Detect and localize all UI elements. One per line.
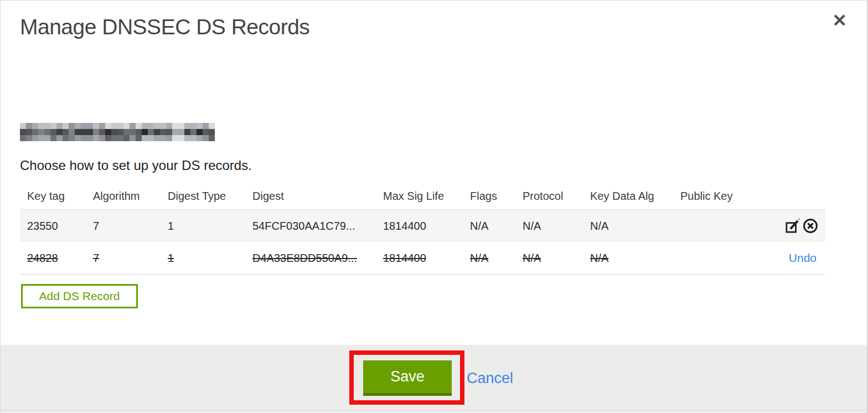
close-icon[interactable]: ✕ (830, 9, 849, 32)
pixel-block (184, 123, 190, 129)
pixel-block (75, 129, 81, 135)
cancel-link[interactable]: Cancel (467, 360, 513, 396)
pixel-block (184, 129, 190, 135)
pixel-block (148, 135, 154, 141)
pixel-block (99, 123, 105, 129)
column-header-key-data-alg: Key Data Alg (583, 190, 673, 203)
pixel-block (166, 123, 172, 129)
cell-key-data-alg: N/A (583, 252, 673, 265)
pixel-block (130, 123, 136, 129)
pixel-block (160, 129, 166, 135)
pixel-block (20, 135, 26, 141)
save-button[interactable]: Save (363, 360, 452, 396)
delete-record-button[interactable] (802, 218, 819, 234)
pixel-block (130, 129, 136, 135)
pixel-block (117, 129, 123, 135)
pixel-block (203, 129, 209, 135)
pixel-block (75, 135, 81, 141)
column-header-digest-type: Digest Type (161, 190, 245, 203)
pixel-block (87, 123, 93, 129)
pixel-block (44, 129, 50, 135)
table-header-row: Key tag Algorithm Digest Type Digest Max… (20, 183, 825, 209)
instruction-text: Choose how to set up your DS records. (20, 158, 252, 173)
modal-footer: Save Cancel (1, 345, 867, 411)
pixel-block (63, 123, 69, 129)
column-header-protocol: Protocol (515, 190, 583, 203)
pixel-block (154, 135, 160, 141)
cell-digest-type: 1 (161, 252, 245, 265)
pixel-block (75, 123, 81, 129)
pixel-block (154, 123, 160, 129)
pixel-block (203, 135, 209, 141)
pixel-block (26, 129, 32, 135)
pixel-block (197, 129, 203, 135)
undo-link[interactable]: Undo (789, 251, 819, 265)
edit-record-button[interactable] (784, 218, 801, 234)
pixel-block (130, 135, 136, 141)
pixel-block (117, 123, 123, 129)
pixel-block (38, 129, 44, 135)
pixel-block (56, 129, 63, 135)
add-ds-record-button[interactable]: Add DS Record (21, 284, 138, 308)
pixel-block (56, 135, 63, 141)
cell-protocol: N/A (515, 220, 583, 233)
column-header-digest: Digest (245, 190, 376, 203)
pixel-block (123, 129, 130, 135)
pixel-block (105, 135, 111, 141)
pixel-block (136, 129, 142, 135)
pixel-block (178, 129, 184, 135)
pixel-block (160, 123, 166, 129)
row-actions (756, 218, 825, 234)
column-header-key-tag: Key tag (20, 190, 86, 203)
cell-key-data-alg: N/A (583, 220, 673, 233)
pixel-block (93, 123, 99, 129)
manage-dnssec-ds-records-modal: Manage DNSSEC DS Records ✕ Choose how to… (0, 0, 868, 413)
cell-key-tag: 23550 (20, 220, 86, 233)
ds-records-table: Key tag Algorithm Digest Type Digest Max… (20, 183, 825, 275)
pixel-block (111, 135, 117, 141)
pixel-block (99, 129, 105, 135)
cell-protocol: N/A (515, 252, 583, 265)
cell-digest-type: 1 (161, 220, 245, 233)
pixel-block (69, 135, 75, 141)
pixel-block (172, 135, 178, 141)
column-header-max-sig-life: Max Sig Life (376, 190, 463, 203)
pixel-block (93, 129, 99, 135)
pixel-block (63, 135, 69, 141)
pixel-block (136, 123, 142, 129)
circle-x-icon (802, 218, 819, 234)
pixel-block (178, 135, 184, 141)
pixel-block (142, 123, 148, 129)
cell-max-sig-life: 1814400 (376, 252, 463, 265)
cell-digest: D4A33E8DD550A9... (245, 252, 376, 265)
cell-algorithm: 7 (86, 220, 161, 233)
column-header-flags: Flags (463, 190, 515, 203)
row-actions: Undo (756, 251, 825, 265)
cell-flags: N/A (463, 252, 515, 265)
pixel-block (69, 129, 75, 135)
redacted-domain-text (20, 123, 215, 141)
pixel-block (26, 123, 32, 129)
pixel-block (50, 135, 56, 141)
pixel-block (160, 135, 166, 141)
table-row-deleted: 24828 7 1 D4A33E8DD550A9... 1814400 N/A … (20, 242, 825, 275)
pixel-block (44, 135, 50, 141)
pixel-block (190, 123, 197, 129)
pixel-block (209, 123, 215, 129)
cell-key-tag: 24828 (20, 252, 86, 265)
pixel-block (172, 123, 178, 129)
column-header-algorithm: Algorithm (86, 190, 161, 203)
pixel-block (99, 135, 105, 141)
pixel-block (32, 135, 38, 141)
pixel-block (117, 135, 123, 141)
pixel-block (166, 135, 172, 141)
pixel-block (26, 135, 32, 141)
pixel-block (142, 129, 148, 135)
pixel-block (111, 129, 117, 135)
pixel-block (209, 135, 215, 141)
page-title: Manage DNSSEC DS Records (20, 15, 309, 39)
pixel-block (63, 129, 69, 135)
pixel-block (178, 123, 184, 129)
column-header-public-key: Public Key (673, 190, 756, 203)
pixel-block (166, 129, 172, 135)
